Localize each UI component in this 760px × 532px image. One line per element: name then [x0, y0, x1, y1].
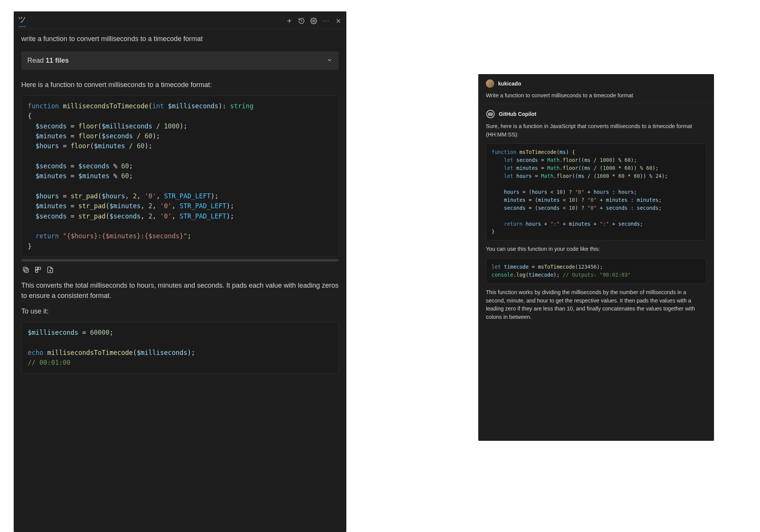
assistant-intro: Here is a function to convert millisecon… — [21, 80, 339, 90]
p: ; — [658, 205, 662, 211]
n: 60 — [121, 162, 129, 170]
v: ms — [578, 173, 584, 179]
eq: = — [78, 329, 90, 336]
new-chat-icon[interactable] — [286, 17, 293, 24]
var: $milliseconds — [168, 102, 219, 110]
n: 2 — [148, 212, 152, 220]
op: * — [609, 173, 618, 179]
user-prompt-right: Write a function to convert milliseconds… — [486, 92, 706, 100]
v: hours — [525, 221, 541, 227]
kw: return — [504, 221, 523, 227]
v: minutes — [606, 197, 628, 203]
n: 2 — [133, 192, 136, 200]
n: 60 — [634, 173, 640, 179]
eq: = — [538, 157, 547, 163]
p: : — [628, 197, 637, 203]
p: ) { — [566, 149, 575, 155]
op: / — [590, 157, 600, 163]
p: ; — [187, 232, 191, 240]
fn: floor — [71, 142, 90, 150]
fn: log — [516, 272, 525, 278]
p: , — [172, 212, 179, 220]
svg-point-14 — [489, 114, 490, 114]
v: $minutes — [109, 202, 141, 210]
copilot-icon — [486, 109, 495, 119]
v: $seconds — [109, 212, 141, 220]
user-message: kukicado Write a function to convert mil… — [478, 74, 714, 104]
n: 60 — [625, 157, 631, 163]
app-logo-icon: ツ — [18, 14, 26, 27]
obj: Math — [541, 173, 554, 179]
n: 2 — [148, 202, 152, 210]
p: ); — [144, 142, 152, 150]
p: ( — [106, 202, 109, 210]
sp — [513, 157, 516, 163]
p: ( — [98, 122, 102, 130]
kw: function — [492, 149, 516, 155]
eq: = — [529, 264, 538, 270]
p: . — [554, 173, 557, 179]
p: ( — [557, 149, 560, 155]
n: 60000 — [90, 329, 109, 336]
p: : — [609, 189, 618, 195]
type: int — [152, 102, 164, 110]
n: 60 — [137, 142, 144, 150]
settings-icon[interactable] — [310, 17, 317, 24]
svg-point-15 — [491, 114, 492, 114]
sp — [513, 165, 516, 171]
fn: str_pad — [71, 192, 98, 200]
s: ":" — [600, 221, 609, 227]
n: 10 — [569, 205, 575, 211]
n: 1000 — [164, 122, 179, 130]
v: minutes — [516, 165, 538, 171]
p: (( — [578, 157, 584, 163]
code-block-js: function msToTimecode(ms) { let seconds … — [486, 143, 706, 241]
ret: string — [230, 102, 253, 110]
obj: Math — [547, 165, 560, 171]
insert-into-file-icon[interactable] — [46, 266, 54, 274]
bot-mid: You can use this function in your code l… — [486, 245, 706, 253]
copy-icon[interactable] — [22, 266, 30, 274]
eq: = — [67, 162, 78, 170]
op: / — [152, 122, 164, 130]
v: hours — [504, 189, 520, 195]
eq: = — [538, 165, 547, 171]
kw: let — [504, 157, 513, 163]
more-icon[interactable]: ··· — [322, 17, 330, 24]
p: ); — [211, 192, 218, 200]
p: )) % — [631, 165, 646, 171]
sp — [516, 149, 519, 155]
p: , — [152, 202, 160, 210]
p: , — [152, 212, 160, 220]
p: ( — [98, 192, 102, 200]
v: $minutes — [35, 202, 67, 210]
history-icon[interactable] — [298, 17, 305, 24]
p: ) ? — [563, 189, 575, 195]
p: . — [560, 157, 563, 163]
p: ) % — [612, 157, 625, 163]
p: ); — [226, 202, 234, 210]
read-files-expander[interactable]: Read 11 files — [21, 51, 339, 70]
insert-at-cursor-icon[interactable] — [34, 266, 42, 274]
op: + — [541, 221, 550, 227]
v: minutes — [569, 221, 590, 227]
op: % — [109, 172, 121, 180]
v: $hours — [35, 192, 59, 200]
c: STR_PAD_LEFT — [179, 202, 226, 210]
eq: = — [67, 122, 78, 130]
p: = ( — [519, 189, 532, 195]
close-icon[interactable] — [335, 17, 342, 24]
n: 60 — [618, 173, 624, 179]
panel-content: write a function to convert milliseconds… — [14, 29, 346, 382]
sp — [501, 264, 504, 270]
kw: echo — [28, 349, 43, 356]
p: ; — [634, 189, 637, 195]
op: * — [625, 173, 634, 179]
brace: { — [28, 112, 32, 120]
fn: floor — [78, 132, 98, 140]
n: 60 — [144, 132, 152, 140]
brace: } — [492, 228, 495, 234]
kw: return — [35, 232, 59, 240]
v: timecode — [529, 272, 554, 278]
v: $seconds — [35, 122, 67, 130]
